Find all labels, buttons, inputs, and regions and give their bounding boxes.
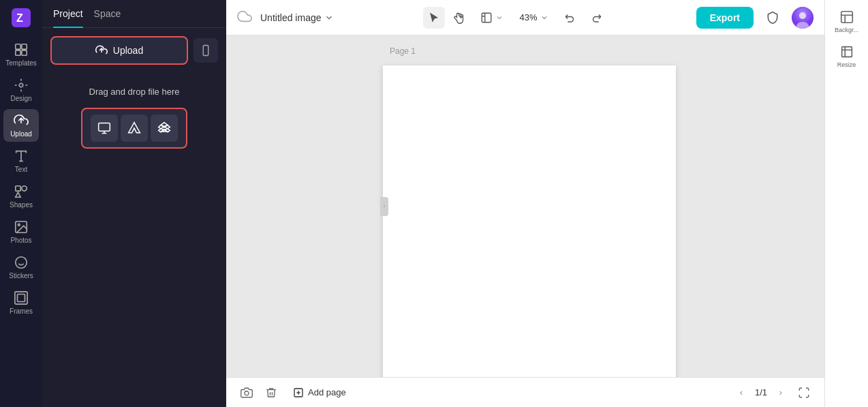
- svg-rect-28: [841, 47, 852, 57]
- source-computer-btn[interactable]: [91, 115, 118, 142]
- sidebar-item-design[interactable]: Design: [3, 74, 39, 106]
- svg-point-10: [18, 224, 20, 226]
- page-label: Page 1: [390, 46, 416, 56]
- svg-text:Z: Z: [16, 12, 23, 24]
- page-indicator: 1/1: [755, 387, 767, 397]
- source-gdrive-btn[interactable]: [121, 115, 148, 142]
- panel-tabs: Project Space: [42, 0, 226, 28]
- layout-btn[interactable]: [475, 9, 509, 27]
- svg-rect-15: [18, 295, 25, 302]
- sidebar-item-upload-label: Upload: [10, 130, 32, 138]
- sidebar-item-text[interactable]: Text: [3, 145, 39, 177]
- panel-sidebar: Project Space Upload Drag and drop file …: [42, 0, 226, 407]
- user-avatar[interactable]: [792, 7, 813, 29]
- select-tool-btn[interactable]: [423, 7, 445, 29]
- undo-btn[interactable]: [559, 7, 581, 29]
- add-page-btn[interactable]: Add page: [286, 385, 353, 401]
- add-page-label: Add page: [308, 387, 346, 397]
- tab-project[interactable]: Project: [53, 0, 83, 27]
- tab-space[interactable]: Space: [94, 0, 121, 27]
- next-page-btn[interactable]: ›: [773, 385, 789, 401]
- chevron-down-icon: [540, 14, 548, 22]
- source-dropbox-btn[interactable]: [151, 115, 178, 142]
- right-panel-background-label: Backgr...: [835, 27, 858, 33]
- source-icons-group: [81, 108, 187, 149]
- page-nav: ‹ 1/1 ›: [733, 385, 789, 401]
- document-title[interactable]: Untitled image: [260, 12, 334, 23]
- hand-tool-btn[interactable]: [449, 7, 471, 29]
- cloud-icon: [237, 9, 252, 27]
- sidebar-item-frames[interactable]: Frames: [3, 286, 39, 319]
- toolbar-group: 43%: [423, 7, 607, 29]
- background-icon: [839, 10, 854, 25]
- fullscreen-btn[interactable]: [794, 383, 813, 402]
- svg-rect-3: [22, 44, 27, 49]
- upload-button[interactable]: Upload: [50, 36, 188, 65]
- drag-drop-text: Drag and drop file here: [89, 87, 180, 97]
- chevron-down-icon: [324, 13, 334, 22]
- sidebar-item-templates[interactable]: Templates: [3, 38, 39, 71]
- svg-point-21: [799, 12, 806, 19]
- sidebar-item-shapes-label: Shapes: [10, 201, 33, 209]
- sidebar-item-shapes[interactable]: Shapes: [3, 180, 39, 213]
- main-area: Untitled image: [226, 0, 824, 407]
- drag-drop-area: Drag and drop file here: [50, 73, 218, 155]
- top-bar: Untitled image: [226, 0, 824, 35]
- trash-btn[interactable]: [262, 383, 281, 402]
- upload-button-label: Upload: [113, 45, 143, 56]
- sidebar-item-stickers-label: Stickers: [9, 272, 33, 280]
- right-panel: Backgr... Resize: [824, 0, 868, 407]
- shield-btn[interactable]: [762, 7, 784, 29]
- redo-btn[interactable]: [585, 7, 607, 29]
- svg-rect-27: [841, 12, 852, 23]
- svg-point-23: [245, 391, 249, 395]
- canvas-wrapper[interactable]: Page 1 ‹: [226, 35, 824, 377]
- canvas-page[interactable]: [383, 65, 676, 377]
- sidebar-item-design-label: Design: [10, 95, 31, 102]
- sidebar-item-photos[interactable]: Photos: [3, 215, 39, 248]
- phone-button[interactable]: [193, 38, 218, 63]
- export-button[interactable]: Export: [696, 7, 754, 29]
- sidebar-item-templates-label: Templates: [5, 59, 37, 67]
- svg-rect-4: [16, 50, 20, 55]
- svg-rect-16: [203, 46, 208, 56]
- svg-point-11: [16, 257, 27, 269]
- right-panel-resize-label: Resize: [837, 61, 856, 68]
- panel-toggle[interactable]: ‹: [380, 197, 388, 216]
- sidebar-item-text-label: Text: [15, 166, 27, 173]
- panel-content: Upload Drag and drop file here: [42, 28, 226, 407]
- svg-rect-7: [16, 186, 20, 191]
- svg-point-6: [19, 83, 23, 87]
- prev-page-btn[interactable]: ‹: [733, 385, 749, 401]
- svg-rect-18: [99, 123, 110, 132]
- app-logo[interactable]: Z: [9, 5, 33, 30]
- sidebar-item-stickers[interactable]: Stickers: [3, 251, 39, 284]
- right-panel-resize[interactable]: Resize: [829, 40, 865, 72]
- resize-icon: [839, 44, 854, 59]
- sidebar-item-photos-label: Photos: [10, 237, 31, 244]
- panel-top-row: Upload: [50, 36, 218, 65]
- icon-sidebar: Z Templates Design Upload Text Shapes: [0, 0, 42, 407]
- svg-rect-5: [22, 50, 27, 55]
- layout-icon: [480, 12, 493, 24]
- sidebar-item-upload[interactable]: Upload: [3, 109, 39, 142]
- camera-btn[interactable]: [237, 383, 256, 402]
- svg-rect-19: [482, 13, 491, 22]
- sidebar-item-frames-label: Frames: [10, 307, 33, 315]
- svg-rect-2: [16, 44, 20, 49]
- zoom-btn[interactable]: 43%: [513, 10, 555, 25]
- right-panel-background[interactable]: Backgr...: [829, 5, 865, 37]
- svg-rect-14: [15, 292, 27, 304]
- bottom-bar: Add page ‹ 1/1 ›: [226, 377, 824, 407]
- upload-icon: [95, 44, 108, 57]
- chevron-down-icon: [495, 14, 503, 22]
- svg-point-8: [22, 186, 27, 191]
